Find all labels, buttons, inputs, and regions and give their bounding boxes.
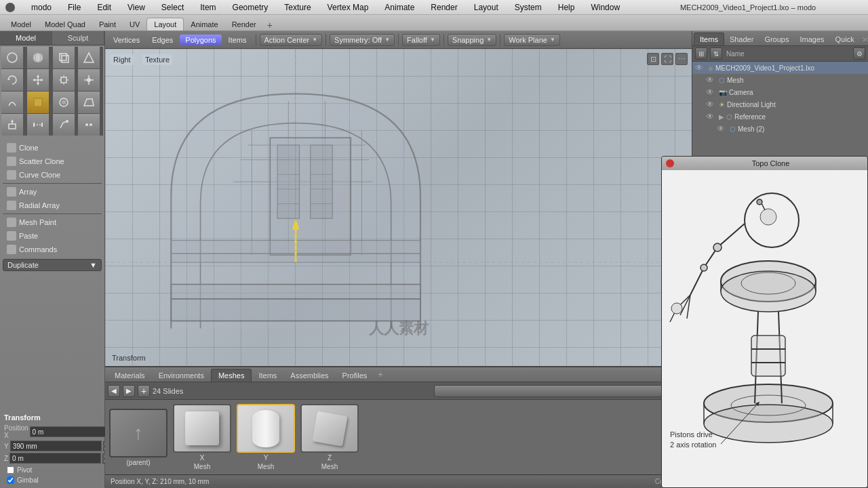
sidebar-item-mesh-paint[interactable]: Mesh Paint xyxy=(3,216,102,229)
tool-bridge[interactable] xyxy=(27,114,49,136)
menu-texture[interactable]: Texture xyxy=(281,3,313,12)
viewport-canvas[interactable]: Right Texture xyxy=(105,49,692,366)
menu-window[interactable]: Window xyxy=(588,3,623,12)
eye-icon-camera[interactable]: 👁 xyxy=(706,87,717,97)
sidebar-item-curve-clone[interactable]: Curve Clone xyxy=(3,168,102,182)
mode-sculpt[interactable]: Sculpt xyxy=(52,31,104,45)
tree-item-scene[interactable]: 👁 ◆ MECH2009_Video1_Project1.lxo xyxy=(692,62,868,74)
view-options-btn[interactable]: ⋯ xyxy=(675,53,688,65)
mesh-thumb-y-img[interactable] xyxy=(237,404,295,453)
falloff-dropdown[interactable]: Falloff ▼ xyxy=(402,34,440,46)
tab-environments[interactable]: Environments xyxy=(152,369,211,382)
tab-shader[interactable]: Shader xyxy=(724,33,759,45)
tool-scale[interactable] xyxy=(53,69,75,91)
tab-items-right[interactable]: Items xyxy=(694,33,724,45)
tab-layout[interactable]: Layout xyxy=(146,18,184,30)
slides-dropdown[interactable]: ▼ xyxy=(434,385,689,397)
tab-meshes[interactable]: Meshes xyxy=(211,369,252,382)
tool-rotate[interactable] xyxy=(1,69,23,91)
bottom-add-btn[interactable]: + xyxy=(138,385,150,397)
tool-select-circle[interactable] xyxy=(1,47,23,68)
tool-active[interactable] xyxy=(27,92,49,113)
tab-uv[interactable]: UV xyxy=(123,18,146,30)
tree-item-camera[interactable]: 👁 📷 Camera xyxy=(692,86,868,98)
duplicate-dropdown[interactable]: Duplicate ▼ xyxy=(3,259,102,271)
menu-help[interactable]: Help xyxy=(555,3,578,12)
tab-animate[interactable]: Animate xyxy=(184,18,224,30)
snapping-dropdown[interactable]: Snapping ▼ xyxy=(448,34,496,46)
tool-select-cone[interactable] xyxy=(78,47,100,68)
eye-icon-light[interactable]: 👁 xyxy=(706,100,717,109)
polygons-btn[interactable]: Polygons xyxy=(180,35,221,45)
pos-z-input[interactable] xyxy=(9,453,101,464)
items-sort-btn[interactable]: ⇅ xyxy=(710,47,722,60)
menu-modo[interactable]: modo xyxy=(28,3,54,12)
vertices-btn[interactable]: Vertices xyxy=(108,35,145,45)
menu-system[interactable]: System xyxy=(512,3,545,12)
tree-item-reference[interactable]: 👁 ▶ ⬡ Reference xyxy=(692,110,868,123)
float-close-btn[interactable] xyxy=(666,159,674,167)
tree-item-mesh[interactable]: 👁 ⬡ Mesh xyxy=(692,74,868,86)
menu-select[interactable]: Select xyxy=(159,3,186,12)
tool-transform[interactable] xyxy=(78,69,100,91)
sidebar-item-paste[interactable]: Paste xyxy=(3,229,102,243)
tool-extra[interactable] xyxy=(78,114,100,136)
items-vp-btn[interactable]: Items xyxy=(223,35,252,45)
tab-profiles[interactable]: Profiles xyxy=(336,369,374,382)
menu-view[interactable]: View xyxy=(125,3,148,12)
tab-model[interactable]: Model xyxy=(4,18,38,30)
tool-push[interactable] xyxy=(1,92,23,113)
parent-thumb-img[interactable]: ↑ xyxy=(109,409,167,458)
tab-items-bottom[interactable]: Items xyxy=(252,369,283,382)
pos-y-input[interactable] xyxy=(10,441,102,451)
sidebar-item-commands[interactable]: Commands xyxy=(3,243,102,256)
tool-smooth[interactable] xyxy=(53,92,75,113)
eye-icon-mesh2[interactable]: 👁 xyxy=(717,124,728,134)
parent-mesh-thumb[interactable]: ↑ (parent) xyxy=(108,409,169,466)
menu-layout[interactable]: Layout xyxy=(471,3,501,12)
mesh-thumb-x-img[interactable] xyxy=(173,404,231,453)
tool-extrude[interactable] xyxy=(1,114,23,136)
symmetry-dropdown[interactable]: Symmetry: Off ▼ xyxy=(330,34,395,46)
menu-animate[interactable]: Animate xyxy=(382,3,417,12)
pivot-checkbox[interactable] xyxy=(7,466,14,474)
sidebar-item-radial-array[interactable]: Radial Array xyxy=(3,199,102,212)
eye-icon-scene[interactable]: 👁 xyxy=(695,63,706,73)
mode-model[interactable]: Model xyxy=(0,31,52,45)
menu-edit[interactable]: Edit xyxy=(94,3,114,12)
action-center-dropdown[interactable]: Action Center ▼ xyxy=(260,34,323,46)
tool-paint[interactable] xyxy=(53,114,75,136)
gimbal-checkbox[interactable] xyxy=(7,476,14,484)
view-fit-btn[interactable]: ⊡ xyxy=(647,53,659,65)
menu-geometry[interactable]: Geometry xyxy=(230,3,271,12)
mesh-thumb-z[interactable]: Z Mesh xyxy=(299,404,360,470)
tool-select-sphere[interactable] xyxy=(27,47,49,68)
sidebar-item-array[interactable]: Array xyxy=(3,185,102,199)
tool-bevel[interactable] xyxy=(78,92,100,113)
items-settings-btn[interactable]: ⚙ xyxy=(853,47,865,60)
tab-images[interactable]: Images xyxy=(794,33,829,45)
sidebar-item-clone[interactable]: Clone xyxy=(3,141,102,155)
tool-move[interactable] xyxy=(27,69,49,91)
menu-render[interactable]: Render xyxy=(428,3,460,12)
mesh-thumb-z-img[interactable] xyxy=(300,404,359,453)
view-maximize-btn[interactable]: ⛶ xyxy=(661,53,673,65)
tab-add-bottom[interactable]: + xyxy=(374,367,387,382)
tab-model-quad[interactable]: Model Quad xyxy=(38,18,92,30)
menu-item[interactable]: Item xyxy=(197,3,218,12)
tab-quick[interactable]: Quick xyxy=(830,33,860,45)
items-view-btn[interactable]: ⊞ xyxy=(695,47,707,60)
workplane-dropdown[interactable]: Work Plane ▼ xyxy=(504,34,560,46)
tree-item-mesh2[interactable]: 👁 ⬡ Mesh (2) xyxy=(692,123,868,135)
tab-groups[interactable]: Groups xyxy=(759,33,794,45)
mesh-thumb-x[interactable]: X Mesh xyxy=(172,404,233,470)
edges-btn[interactable]: Edges xyxy=(146,35,178,45)
tab-render[interactable]: Render xyxy=(225,18,263,30)
mesh-thumb-y[interactable]: Y Mesh xyxy=(235,404,296,470)
nav-prev-btn[interactable]: ◀ xyxy=(108,385,120,397)
tab-materials[interactable]: Materials xyxy=(108,369,152,382)
menu-file[interactable]: File xyxy=(65,3,83,12)
tool-select-cube[interactable] xyxy=(53,47,75,68)
tab-assemblies[interactable]: Assemblies xyxy=(283,369,335,382)
eye-icon-mesh[interactable]: 👁 xyxy=(706,75,717,85)
